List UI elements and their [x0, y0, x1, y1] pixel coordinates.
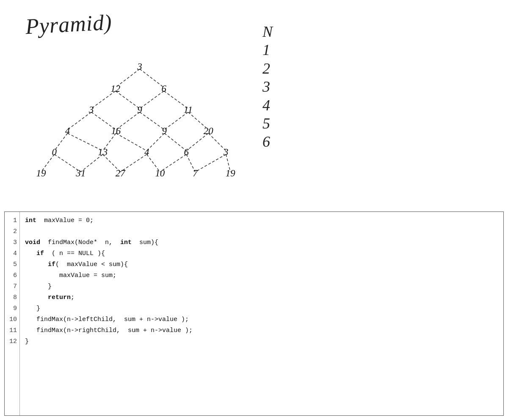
svg-text:3: 3 — [88, 104, 94, 115]
code-content: int maxValue = 0; void findMax(Node* n, … — [20, 212, 503, 415]
code-line-6: maxValue = sum; — [25, 270, 498, 281]
code-line-7: } — [25, 281, 498, 292]
svg-line-9 — [140, 112, 164, 130]
pyramid-diagram: 3 12 6 3 9 11 4 16 9 20 0 13 4 6 3 19 31… — [30, 42, 250, 203]
code-line-1: int maxValue = 0; — [25, 215, 498, 226]
kw-int-2: int — [120, 238, 132, 248]
code-line-5: if( maxValue < sum){ — [25, 259, 498, 270]
svg-text:19: 19 — [226, 168, 235, 178]
line-num-12: 12 — [9, 336, 17, 347]
svg-text:12: 12 — [110, 83, 120, 94]
svg-line-28 — [195, 154, 226, 172]
svg-text:3: 3 — [223, 147, 228, 157]
code-line-8: return; — [25, 292, 498, 303]
line-num-9: 9 — [13, 303, 17, 314]
svg-text:9: 9 — [137, 104, 142, 115]
svg-text:4: 4 — [144, 147, 149, 157]
svg-text:9: 9 — [162, 126, 167, 136]
kw-return: return — [48, 293, 71, 303]
code-line-12: } — [25, 336, 498, 347]
level-2: 2 — [262, 60, 273, 77]
svg-text:10: 10 — [155, 168, 165, 178]
level-n-label: N — [262, 23, 273, 41]
kw-void: void — [25, 238, 40, 248]
levels-label: N 1 2 3 4 5 6 — [262, 23, 273, 151]
diagram-area: Pyramid) — [0, 0, 508, 207]
line-num-3: 3 — [13, 237, 17, 248]
line-num-5: 5 — [13, 259, 17, 270]
line-num-11: 11 — [9, 325, 17, 336]
kw-if-1: if — [36, 249, 44, 259]
svg-text:31: 31 — [75, 168, 86, 178]
code-line-4: if ( n == NULL ){ — [25, 248, 498, 259]
code-line-9: } — [25, 303, 498, 314]
level-3: 3 — [262, 78, 273, 96]
code-line-2 — [25, 226, 498, 237]
svg-line-4 — [140, 91, 164, 109]
svg-text:6: 6 — [184, 147, 189, 157]
code-line-11: findMax(n->rightChild, sum + n->value ); — [25, 325, 498, 336]
svg-text:27: 27 — [116, 168, 126, 178]
line-num-8: 8 — [13, 292, 17, 303]
kw-int-1: int — [25, 216, 36, 226]
line-num-10: 10 — [9, 314, 17, 325]
code-line-3: void findMax(Node* n, int sum){ — [25, 237, 498, 248]
svg-text:0: 0 — [52, 147, 57, 157]
page-title: Pyramid) — [25, 10, 113, 39]
line-num-7: 7 — [13, 281, 17, 292]
line-num-4: 4 — [13, 248, 17, 259]
kw-if-2: if — [48, 260, 55, 270]
svg-line-6 — [67, 112, 91, 130]
svg-text:19: 19 — [36, 168, 46, 178]
svg-text:16: 16 — [111, 126, 121, 136]
svg-line-13 — [67, 133, 102, 151]
line-num-1: 1 — [13, 215, 17, 226]
svg-text:7: 7 — [193, 168, 198, 178]
level-4: 4 — [262, 97, 273, 114]
code-line-10: findMax(n->leftChild, sum + n->value ); — [25, 314, 498, 325]
svg-text:20: 20 — [204, 126, 213, 136]
svg-line-1 — [140, 69, 164, 88]
level-6: 6 — [262, 133, 273, 151]
svg-text:3: 3 — [137, 61, 142, 72]
level-5: 5 — [262, 115, 273, 132]
line-numbers: 1 2 3 4 5 6 7 8 9 10 11 12 — [5, 212, 20, 415]
svg-text:6: 6 — [161, 83, 166, 94]
svg-text:4: 4 — [65, 126, 70, 136]
svg-text:13: 13 — [98, 147, 108, 157]
line-num-2: 2 — [13, 226, 17, 237]
line-num-6: 6 — [13, 270, 17, 281]
code-block: 1 2 3 4 5 6 7 8 9 10 11 12 int maxValue … — [4, 211, 504, 416]
level-1: 1 — [262, 41, 273, 59]
svg-text:11: 11 — [184, 104, 193, 115]
svg-line-17 — [164, 133, 186, 151]
